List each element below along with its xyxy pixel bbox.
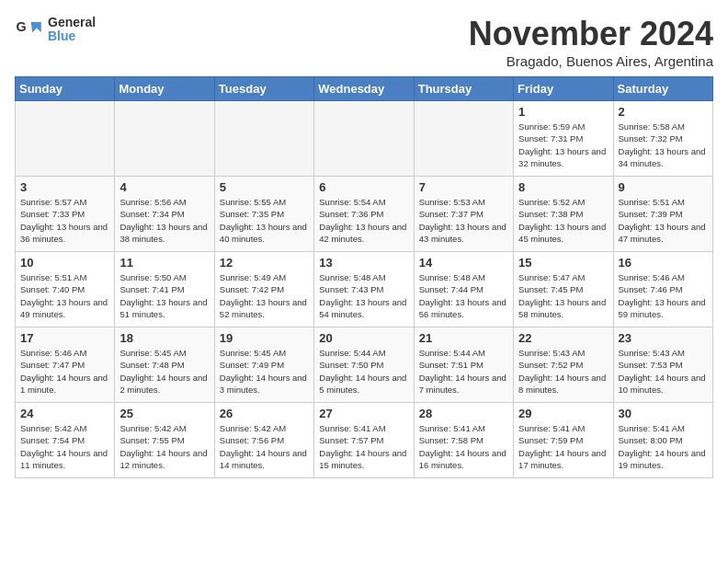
calendar-week-4: 17Sunrise: 5:46 AM Sunset: 7:47 PM Dayli… [16,327,713,403]
day-info: Sunrise: 5:57 AM Sunset: 7:33 PM Dayligh… [20,196,109,245]
day-info: Sunrise: 5:51 AM Sunset: 7:39 PM Dayligh… [619,196,708,245]
day-number: 21 [419,331,508,345]
month-title: November 2024 [469,15,713,53]
day-info: Sunrise: 5:55 AM Sunset: 7:35 PM Dayligh… [220,196,309,245]
calendar-cell: 9Sunrise: 5:51 AM Sunset: 7:39 PM Daylig… [613,177,712,252]
calendar-cell: 25Sunrise: 5:42 AM Sunset: 7:55 PM Dayli… [115,403,214,478]
day-info: Sunrise: 5:51 AM Sunset: 7:40 PM Dayligh… [20,271,109,320]
day-number: 13 [319,256,408,270]
day-info: Sunrise: 5:48 AM Sunset: 7:44 PM Dayligh… [419,271,508,320]
day-info: Sunrise: 5:49 AM Sunset: 7:42 PM Dayligh… [220,271,309,320]
day-number: 22 [518,331,608,345]
calendar-cell [414,101,513,177]
day-info: Sunrise: 5:42 AM Sunset: 7:55 PM Dayligh… [119,422,209,471]
calendar-week-3: 10Sunrise: 5:51 AM Sunset: 7:40 PM Dayli… [16,252,713,327]
day-number: 12 [220,256,309,270]
day-info: Sunrise: 5:43 AM Sunset: 7:52 PM Dayligh… [518,347,608,396]
day-info: Sunrise: 5:41 AM Sunset: 7:58 PM Dayligh… [419,422,508,471]
calendar-cell: 28Sunrise: 5:41 AM Sunset: 7:58 PM Dayli… [414,403,513,478]
calendar-cell: 11Sunrise: 5:50 AM Sunset: 7:41 PM Dayli… [115,252,214,327]
day-number: 6 [319,180,408,194]
day-number: 27 [319,407,408,420]
calendar-table: SundayMondayTuesdayWednesdayThursdayFrid… [15,76,713,478]
calendar-cell: 13Sunrise: 5:48 AM Sunset: 7:43 PM Dayli… [314,252,414,327]
calendar-cell: 16Sunrise: 5:46 AM Sunset: 7:46 PM Dayli… [613,252,712,327]
calendar-cell: 2Sunrise: 5:58 AM Sunset: 7:32 PM Daylig… [613,101,712,177]
calendar-cell: 1Sunrise: 5:59 AM Sunset: 7:31 PM Daylig… [514,101,613,177]
day-info: Sunrise: 5:41 AM Sunset: 7:59 PM Dayligh… [518,422,608,471]
day-number: 11 [119,256,209,270]
day-number: 18 [119,331,209,345]
calendar-cell: 21Sunrise: 5:44 AM Sunset: 7:51 PM Dayli… [414,327,513,403]
day-number: 17 [20,331,109,345]
calendar-cell [16,101,115,177]
calendar-cell: 8Sunrise: 5:52 AM Sunset: 7:38 PM Daylig… [514,177,613,252]
day-info: Sunrise: 5:58 AM Sunset: 7:32 PM Dayligh… [619,121,708,169]
weekday-header-monday: Monday [115,77,214,101]
day-info: Sunrise: 5:45 AM Sunset: 7:49 PM Dayligh… [220,347,309,396]
day-number: 8 [518,180,608,194]
day-number: 25 [119,407,209,420]
calendar-cell: 27Sunrise: 5:41 AM Sunset: 7:57 PM Dayli… [314,403,414,478]
day-info: Sunrise: 5:46 AM Sunset: 7:47 PM Dayligh… [20,347,109,396]
day-info: Sunrise: 5:56 AM Sunset: 7:34 PM Dayligh… [119,196,209,245]
weekday-header-thursday: Thursday [414,77,513,101]
day-number: 1 [518,105,608,119]
day-number: 24 [20,407,109,420]
calendar-cell: 29Sunrise: 5:41 AM Sunset: 7:59 PM Dayli… [514,403,613,478]
day-info: Sunrise: 5:54 AM Sunset: 7:36 PM Dayligh… [319,196,408,245]
weekday-header-tuesday: Tuesday [214,77,313,101]
day-info: Sunrise: 5:46 AM Sunset: 7:46 PM Dayligh… [619,271,708,320]
page-header: G General Blue November 2024 Bragado, Bu… [15,15,713,69]
day-info: Sunrise: 5:41 AM Sunset: 7:57 PM Dayligh… [319,422,408,471]
calendar-cell: 24Sunrise: 5:42 AM Sunset: 7:54 PM Dayli… [16,403,115,478]
calendar-body: 1Sunrise: 5:59 AM Sunset: 7:31 PM Daylig… [16,101,713,478]
day-number: 29 [518,407,608,420]
title-section: November 2024 Bragado, Buenos Aires, Arg… [469,15,713,69]
day-number: 19 [220,331,309,345]
logo-text: General Blue [48,16,96,44]
logo-icon: G [15,15,44,44]
day-number: 26 [220,407,309,420]
calendar-cell [314,101,414,177]
day-info: Sunrise: 5:41 AM Sunset: 8:00 PM Dayligh… [619,422,708,471]
day-number: 4 [119,180,209,194]
day-number: 16 [619,256,708,270]
calendar-cell: 18Sunrise: 5:45 AM Sunset: 7:48 PM Dayli… [115,327,214,403]
day-info: Sunrise: 5:53 AM Sunset: 7:37 PM Dayligh… [419,196,508,245]
calendar-cell: 17Sunrise: 5:46 AM Sunset: 7:47 PM Dayli… [16,327,115,403]
calendar-cell: 23Sunrise: 5:43 AM Sunset: 7:53 PM Dayli… [613,327,712,403]
logo-line2: Blue [48,29,96,43]
calendar-cell: 5Sunrise: 5:55 AM Sunset: 7:35 PM Daylig… [214,177,313,252]
calendar-cell: 15Sunrise: 5:47 AM Sunset: 7:45 PM Dayli… [514,252,613,327]
calendar-cell [115,101,214,177]
day-info: Sunrise: 5:52 AM Sunset: 7:38 PM Dayligh… [518,196,608,245]
calendar-cell: 19Sunrise: 5:45 AM Sunset: 7:49 PM Dayli… [214,327,313,403]
calendar-cell [214,101,313,177]
day-number: 23 [619,331,708,345]
calendar-cell: 20Sunrise: 5:44 AM Sunset: 7:50 PM Dayli… [314,327,414,403]
logo-line1: General [48,16,96,29]
location-subtitle: Bragado, Buenos Aires, Argentina [469,53,713,69]
day-number: 28 [419,407,508,420]
calendar-week-1: 1Sunrise: 5:59 AM Sunset: 7:31 PM Daylig… [16,101,713,177]
day-number: 10 [20,256,109,270]
calendar-cell: 6Sunrise: 5:54 AM Sunset: 7:36 PM Daylig… [314,177,414,252]
calendar-cell: 3Sunrise: 5:57 AM Sunset: 7:33 PM Daylig… [16,177,115,252]
day-info: Sunrise: 5:48 AM Sunset: 7:43 PM Dayligh… [319,271,408,320]
calendar-cell: 14Sunrise: 5:48 AM Sunset: 7:44 PM Dayli… [414,252,513,327]
day-number: 7 [419,180,508,194]
day-info: Sunrise: 5:42 AM Sunset: 7:54 PM Dayligh… [20,422,109,471]
day-number: 5 [220,180,309,194]
day-info: Sunrise: 5:44 AM Sunset: 7:50 PM Dayligh… [319,347,408,396]
day-info: Sunrise: 5:50 AM Sunset: 7:41 PM Dayligh… [119,271,209,320]
day-info: Sunrise: 5:43 AM Sunset: 7:53 PM Dayligh… [619,347,708,396]
day-info: Sunrise: 5:42 AM Sunset: 7:56 PM Dayligh… [220,422,309,471]
day-number: 30 [619,407,708,420]
day-info: Sunrise: 5:45 AM Sunset: 7:48 PM Dayligh… [119,347,209,396]
day-number: 14 [419,256,508,270]
day-number: 20 [319,331,408,345]
weekday-header-sunday: Sunday [16,77,115,101]
weekday-header-wednesday: Wednesday [314,77,414,101]
weekday-header-friday: Friday [514,77,613,101]
